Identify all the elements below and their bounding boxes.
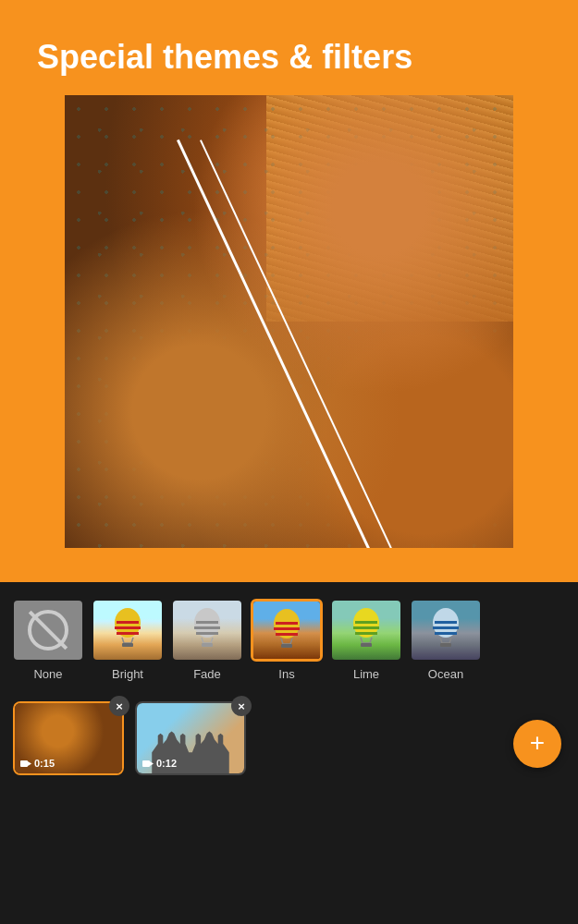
- balloon-thumb-fade: [173, 601, 241, 660]
- svg-rect-21: [435, 621, 457, 624]
- filter-thumb-ocean[interactable]: [410, 599, 482, 662]
- svg-rect-18: [355, 632, 377, 635]
- balloon-icon-ocean: [429, 608, 462, 649]
- filters-row: None: [0, 582, 578, 692]
- filter-thumb-bright[interactable]: [92, 599, 164, 662]
- clip-1-wrapper: 0:15 ×: [13, 701, 124, 775]
- balloon-icon-bright: [111, 608, 144, 649]
- food-gradient-layer: [65, 95, 513, 548]
- svg-rect-9: [202, 643, 213, 647]
- balloon-thumb-ocean: [412, 601, 480, 660]
- svg-rect-2: [115, 626, 141, 629]
- balloon-icon-ins: [270, 609, 303, 650]
- svg-rect-17: [353, 626, 379, 629]
- svg-rect-22: [433, 626, 459, 629]
- svg-rect-8: [196, 632, 218, 635]
- filter-item-lime[interactable]: Lime: [329, 599, 403, 681]
- svg-rect-19: [361, 643, 372, 647]
- balloon-icon-lime: [350, 608, 383, 649]
- svg-rect-27: [142, 760, 150, 767]
- header-section: Special themes & filters: [0, 0, 578, 95]
- svg-rect-7: [194, 626, 220, 629]
- timeline-row: 0:15 × 0:12 × +: [0, 692, 578, 784]
- filter-item-ocean[interactable]: Ocean: [409, 599, 483, 681]
- bottom-panel: None: [0, 582, 578, 924]
- balloon-thumb-bright: [93, 601, 162, 660]
- filter-label-ocean: Ocean: [428, 667, 463, 681]
- svg-rect-11: [276, 622, 298, 625]
- svg-rect-3: [117, 632, 139, 635]
- clip-2-duration: 0:12: [142, 758, 177, 769]
- filter-item-none[interactable]: None: [11, 599, 85, 681]
- timeline-clip-2[interactable]: 0:12: [135, 701, 246, 775]
- add-clip-button[interactable]: +: [513, 720, 561, 768]
- filter-none-bg: [14, 601, 82, 660]
- svg-rect-4: [122, 643, 133, 647]
- balloon-icon-fade: [191, 608, 224, 649]
- svg-rect-16: [355, 621, 377, 624]
- svg-rect-14: [281, 644, 292, 648]
- clip-1-remove-button[interactable]: ×: [109, 696, 129, 716]
- food-image-bg: [65, 95, 513, 548]
- filter-item-fade[interactable]: Fade: [170, 599, 244, 681]
- svg-rect-24: [440, 643, 451, 647]
- filter-item-bright[interactable]: Bright: [91, 599, 165, 681]
- filter-item-ins[interactable]: Ins: [250, 599, 324, 681]
- svg-rect-25: [20, 760, 28, 767]
- page-title: Special themes & filters: [37, 37, 541, 77]
- svg-rect-1: [117, 621, 139, 624]
- main-preview: [65, 95, 513, 548]
- filter-thumb-none[interactable]: [12, 599, 84, 662]
- clip-2-wrapper: 0:12 ×: [135, 701, 246, 775]
- filter-thumb-lime[interactable]: [330, 599, 402, 662]
- filter-thumb-fade[interactable]: [171, 599, 243, 662]
- svg-rect-23: [435, 632, 457, 635]
- add-icon: +: [530, 730, 545, 756]
- balloon-thumb-lime: [332, 601, 400, 660]
- svg-marker-26: [28, 761, 31, 766]
- filter-thumb-ins[interactable]: [251, 599, 323, 662]
- svg-rect-6: [196, 621, 218, 624]
- svg-rect-13: [276, 633, 298, 636]
- video-icon-2: [142, 760, 154, 768]
- filter-label-ins: Ins: [278, 667, 294, 681]
- filter-label-none: None: [33, 667, 62, 681]
- filter-label-bright: Bright: [112, 667, 143, 681]
- balloon-thumb-ins: [253, 602, 320, 659]
- timeline-clip-1[interactable]: 0:15: [13, 701, 124, 775]
- clip-1-duration: 0:15: [20, 758, 55, 769]
- filter-label-fade: Fade: [193, 667, 221, 681]
- svg-rect-12: [274, 627, 300, 630]
- svg-marker-28: [150, 761, 154, 766]
- no-filter-icon: [28, 610, 68, 650]
- video-icon-1: [20, 760, 31, 768]
- clip-2-remove-button[interactable]: ×: [231, 696, 252, 716]
- filter-label-lime: Lime: [353, 667, 379, 681]
